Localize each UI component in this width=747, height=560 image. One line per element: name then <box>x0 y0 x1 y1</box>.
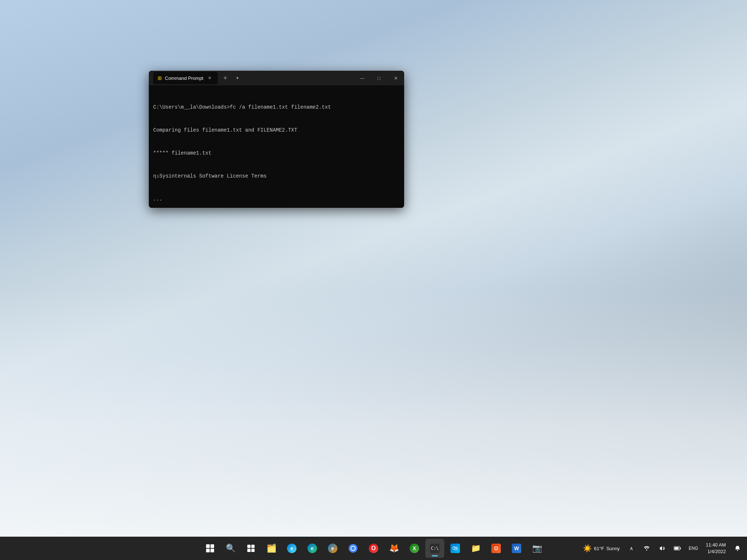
notification-btn[interactable] <box>731 542 744 555</box>
edge-beta-icon: e <box>328 544 337 553</box>
cmd-tab-close-btn[interactable]: ✕ <box>206 74 213 82</box>
store-icon: 🛍 <box>450 544 460 553</box>
task-view-icon <box>247 544 255 552</box>
weather-widget[interactable]: ☀️ 61°F Sunny <box>580 542 623 554</box>
chrome-button[interactable] <box>344 539 363 558</box>
file-explorer-2-button[interactable]: 📁 <box>466 539 485 558</box>
cmd-tab[interactable]: ⊞ Command Prompt ✕ <box>153 72 218 84</box>
store-button[interactable]: 🛍 <box>446 539 465 558</box>
cmd-line-4: η₁Sysinternals Software License Terms <box>153 172 400 180</box>
svg-rect-8 <box>675 547 679 550</box>
weather-temp: 61°F <box>594 546 604 551</box>
svg-rect-2 <box>247 549 251 552</box>
xbox-icon: X <box>410 544 419 553</box>
battery-icon[interactable] <box>671 542 684 555</box>
cmd-window-controls: — □ ✕ <box>354 71 404 85</box>
cmd-titlebar[interactable]: ⊞ Command Prompt ✕ + ▾ — □ ✕ <box>149 71 404 85</box>
cmd-new-tab-btn[interactable]: + <box>219 72 231 84</box>
chevron-up-icon: ∧ <box>630 545 633 551</box>
svg-rect-0 <box>247 545 251 548</box>
windows-logo-icon <box>206 544 214 552</box>
cmd-tab-icon: ⊞ <box>158 75 162 81</box>
terminal-icon: C:\ <box>430 544 440 553</box>
office-icon: O <box>491 544 501 553</box>
edge-button[interactable]: e <box>282 539 301 558</box>
notification-icon <box>734 545 741 552</box>
start-button[interactable] <box>201 539 220 558</box>
cmd-line-2: Comparing files filename1.txt and FILENA… <box>153 127 400 134</box>
file-explorer-icon: 🗂️ <box>267 544 276 553</box>
file-explorer-button[interactable]: 🗂️ <box>262 539 281 558</box>
taskbar-right: ☀️ 61°F Sunny ∧ <box>580 540 744 556</box>
svg-rect-9 <box>680 548 681 549</box>
clock-time: 11:40 AM <box>706 542 726 548</box>
edge-beta-button[interactable]: e <box>323 539 342 558</box>
chrome-icon <box>348 544 358 553</box>
opera-icon: O <box>369 544 378 553</box>
language-indicator[interactable]: ENG <box>686 542 701 555</box>
close-btn[interactable]: ✕ <box>387 71 404 85</box>
camera-button[interactable]: 📷 <box>527 539 546 558</box>
cmd-line-3: ***** filename1.txt <box>153 149 400 157</box>
opera-button[interactable]: O <box>364 539 383 558</box>
cmd-content[interactable]: C:\Users\m__la\Downloads>fc /a filename1… <box>149 85 404 208</box>
office-button[interactable]: O <box>487 539 506 558</box>
weather-condition: Sunny <box>606 546 620 551</box>
volume-icon[interactable] <box>655 542 669 555</box>
terminal-button[interactable]: C:\ <box>425 539 444 558</box>
cmd-line-1: C:\Users\m__la\Downloads>fc /a filename1… <box>153 104 400 111</box>
edge-dev-button[interactable]: e <box>303 539 322 558</box>
language-text: ENG <box>689 546 698 551</box>
cmd-line-5: ... <box>153 195 400 203</box>
svg-rect-3 <box>251 549 255 552</box>
clock-widget[interactable]: 11:40 AM 1/4/2022 <box>703 540 729 556</box>
speaker-icon <box>659 545 665 552</box>
cmd-tab-dropdown-btn[interactable]: ▾ <box>232 73 243 83</box>
task-view-button[interactable] <box>241 539 260 558</box>
search-button[interactable]: 🔍 <box>221 539 240 558</box>
network-icon[interactable] <box>640 542 653 555</box>
cmd-window[interactable]: ⊞ Command Prompt ✕ + ▾ — □ ✕ C:\Users\m_… <box>149 71 404 208</box>
word-button[interactable]: W <box>507 539 526 558</box>
search-icon: 🔍 <box>226 544 236 553</box>
svg-rect-1 <box>251 545 255 548</box>
desktop: ⊞ Command Prompt ✕ + ▾ — □ ✕ C:\Users\m_… <box>0 0 747 560</box>
taskbar-center: 🔍 🗂️ e e <box>201 539 546 558</box>
camera-icon: 📷 <box>532 544 542 553</box>
word-icon: W <box>512 544 521 553</box>
edge-dev-icon: e <box>307 544 317 553</box>
firefox-icon: 🦊 <box>389 544 399 553</box>
maximize-btn[interactable]: □ <box>371 71 387 85</box>
file-explorer-2-icon: 📁 <box>471 544 481 553</box>
active-indicator <box>432 555 438 556</box>
firefox-button[interactable]: 🦊 <box>384 539 403 558</box>
edge-icon: e <box>287 544 297 553</box>
weather-sun-icon: ☀️ <box>583 544 592 553</box>
battery-status-icon <box>674 546 681 551</box>
svg-point-6 <box>351 547 355 550</box>
minimize-btn[interactable]: — <box>354 71 371 85</box>
wifi-icon <box>643 545 650 552</box>
clock-date: 1/4/2022 <box>707 548 726 555</box>
xbox-game-bar-button[interactable]: X <box>405 539 424 558</box>
cmd-tab-area: ⊞ Command Prompt ✕ + ▾ <box>153 72 354 84</box>
cmd-tab-label: Command Prompt <box>165 75 203 81</box>
tray-overflow-btn[interactable]: ∧ <box>625 542 638 555</box>
taskbar: 🔍 🗂️ e e <box>0 537 747 560</box>
